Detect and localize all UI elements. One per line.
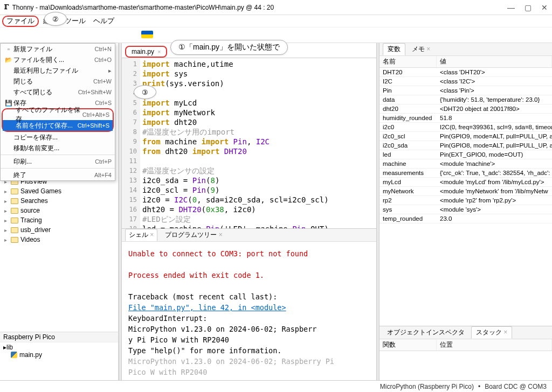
variables-table[interactable]: 名前 値 DHT20<class 'DHT20'>I2C<class 'I2C'… bbox=[380, 56, 552, 326]
file-path: ma\Downloads\smarthome-master\smarthome-… bbox=[39, 4, 274, 11]
python-icon bbox=[11, 352, 17, 358]
menu-help[interactable]: ヘルプ bbox=[90, 16, 118, 26]
variable-row[interactable]: i2c0_sdaPin(GPIO8, mode=ALT, pull=PULL_U… bbox=[380, 141, 552, 150]
variable-row[interactable]: myNetwork<module 'myNetwork' from '/lib/… bbox=[380, 187, 552, 196]
menu-item-exit[interactable]: 終了Alt+F4 bbox=[1, 170, 115, 180]
col-header-value[interactable]: 値 bbox=[437, 56, 552, 67]
variable-row[interactable]: data{'humidity': 51.8, 'temperature': 23… bbox=[380, 95, 552, 104]
app-logo-icon: ℾ bbox=[4, 3, 9, 11]
menu-bar: ファイル 編集 ツール ヘルプ bbox=[0, 15, 552, 27]
tab-stack[interactable]: スタック × bbox=[471, 326, 512, 339]
tab-close-icon[interactable]: × bbox=[157, 48, 161, 55]
tree-folder[interactable]: ▸Videos bbox=[2, 235, 116, 244]
left-panel: ▫新規ファイルCtrl+N 📂ファイルを開く...Ctrl+O 最近利用したファ… bbox=[0, 43, 119, 380]
annotation-1: ①「main.py」を開いた状態で bbox=[170, 40, 288, 55]
variable-row[interactable]: DHT20<class 'DHT20'> bbox=[380, 68, 552, 77]
tree-folder[interactable]: ▸Saved Games bbox=[2, 186, 116, 196]
status-bar: MicroPython (Raspberry Pi Pico) • Board … bbox=[0, 380, 552, 392]
menu-file[interactable]: ファイル bbox=[2, 16, 39, 27]
close-icon[interactable]: ✕ bbox=[541, 3, 548, 12]
editor-tab-main[interactable]: main.py × bbox=[125, 46, 167, 58]
traceback-link[interactable]: File "main.py", line 42, in <module> bbox=[128, 303, 286, 312]
variable-row[interactable]: myLcd<module 'myLcd' from '/lib/myLcd.py… bbox=[380, 178, 552, 187]
code-area[interactable]: import machine,utimeimport sysprint(sys.… bbox=[140, 58, 376, 228]
tree-folder[interactable]: ▸Tracing bbox=[2, 215, 116, 225]
menu-item-move-rename[interactable]: 移動/名前変更... bbox=[1, 143, 115, 153]
window-title: Thonny - ma\Downloads\smarthome-master\s… bbox=[12, 4, 507, 11]
menu-item-save-all[interactable]: すべてのファイルを保存Ctrl+Alt+S bbox=[3, 109, 113, 120]
variable-row[interactable]: rp2<module 'rp2' from 'rp2.py'> bbox=[380, 196, 552, 205]
variable-row[interactable]: dht20<DHT20 object at 20017f80> bbox=[380, 104, 552, 114]
tab-notes[interactable]: メモ × bbox=[408, 44, 434, 55]
title-bar: ℾ Thonny - ma\Downloads\smarthome-master… bbox=[0, 0, 552, 15]
flag-icon bbox=[141, 31, 153, 38]
pico-main-file[interactable]: main.py bbox=[3, 351, 115, 359]
menu-item-recent[interactable]: 最近利用したファイル▸ bbox=[1, 65, 115, 76]
variable-row[interactable]: Pin<class 'Pin'> bbox=[380, 86, 552, 95]
line-gutter: 123456789101112131415161718 bbox=[122, 58, 140, 228]
file-dropdown-menu: ▫新規ファイルCtrl+N 📂ファイルを開く...Ctrl+O 最近利用したファ… bbox=[0, 43, 115, 181]
app-name: Thonny bbox=[12, 4, 34, 11]
tab-object-inspector[interactable]: オブジェクトインスペクタ bbox=[383, 327, 469, 338]
menu-item-close[interactable]: 閉じるCtrl+W bbox=[1, 76, 115, 87]
variable-row[interactable]: i2c0I2C(0, freq=399361, scl=9, sda=8, ti… bbox=[380, 123, 552, 132]
menu-item-new[interactable]: ▫新規ファイルCtrl+N bbox=[1, 44, 115, 54]
col-header-function: 関数 bbox=[380, 339, 437, 351]
tab-program-tree[interactable]: プログラムツリー × bbox=[162, 229, 225, 241]
tab-label: main.py bbox=[132, 48, 154, 55]
center-panel: ①「main.py」を開いた状態で main.py × 123456789101… bbox=[122, 43, 376, 380]
callout-2: ② bbox=[44, 12, 67, 26]
status-interpreter[interactable]: MicroPython (Raspberry Pi Pico) bbox=[380, 383, 474, 390]
pico-panel-title: Raspberry Pi Pico bbox=[0, 332, 118, 342]
variable-row[interactable]: sys<module 'sys'> bbox=[380, 205, 552, 214]
shell-panel: シェル × プログラムツリー × Unable to connect to CO… bbox=[122, 228, 376, 380]
tab-variables[interactable]: 変数 bbox=[383, 43, 405, 55]
callout-3: ③ bbox=[134, 85, 156, 99]
status-port[interactable]: Board CDC @ COM3 bbox=[485, 383, 547, 390]
variable-row[interactable]: machine<module 'machine'> bbox=[380, 159, 552, 169]
menu-item-open[interactable]: 📂ファイルを開く...Ctrl+O bbox=[1, 54, 115, 65]
maximize-icon[interactable]: ▢ bbox=[525, 3, 532, 12]
code-editor[interactable]: 123456789101112131415161718 import machi… bbox=[122, 58, 376, 228]
tree-folder[interactable]: ▸source bbox=[2, 206, 116, 215]
pico-lib-folder[interactable]: ▸lib bbox=[3, 344, 115, 351]
variable-row[interactable]: measurements{'crc_ok': True, 't_adc': 38… bbox=[380, 169, 552, 178]
tree-folder[interactable]: ▸usb_driver bbox=[2, 225, 116, 235]
pico-panel: Raspberry Pi Pico ▸lib main.py bbox=[0, 332, 118, 380]
shell-output[interactable]: Unable to connect to COM3: port not foun… bbox=[122, 242, 376, 380]
menu-item-save-copy[interactable]: コピーを保存... bbox=[1, 132, 115, 143]
variable-row[interactable]: temp_rounded23.0 bbox=[380, 214, 552, 223]
variable-row[interactable]: i2c0_sclPin(GPIO9, mode=ALT, pull=PULL_U… bbox=[380, 132, 552, 141]
menu-item-close-all[interactable]: すべて閉じるCtrl+Shift+W bbox=[1, 87, 115, 97]
col-header-name[interactable]: 名前 bbox=[380, 56, 437, 67]
variable-row[interactable]: humidity_rounded51.8 bbox=[380, 114, 552, 123]
variable-row[interactable]: ledPin(EXT_GPIO0, mode=OUT) bbox=[380, 150, 552, 159]
tab-shell[interactable]: シェル × bbox=[125, 229, 157, 241]
menu-item-print[interactable]: 印刷...Ctrl+P bbox=[1, 156, 115, 167]
tree-folder[interactable]: ▸Searches bbox=[2, 196, 116, 206]
variable-row[interactable]: I2C<class 'I2C'> bbox=[380, 77, 552, 86]
menu-item-save-as[interactable]: 名前を付けて保存...Ctrl+Shift+S bbox=[3, 120, 113, 131]
right-panel: 変数 メモ × 名前 値 DHT20<class 'DHT20'>I2C<cla… bbox=[380, 43, 552, 380]
minimize-icon[interactable]: — bbox=[507, 3, 515, 12]
col-header-position: 位置 bbox=[437, 339, 552, 351]
